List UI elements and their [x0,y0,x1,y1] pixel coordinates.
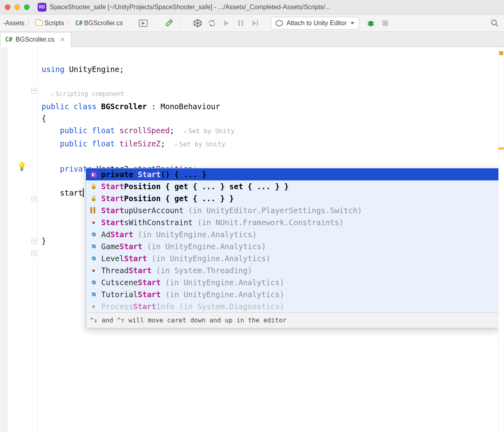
completion-item[interactable]: ◧private Start() { ... } [86,168,499,180]
svg-line-22 [496,24,498,26]
bug-button[interactable] [365,17,377,29]
text-caret [83,188,84,197]
folder-icon [36,20,43,26]
chevron-down-icon [350,21,355,26]
completion-item[interactable]: ◆StartsWithConstraint (in NUnit.Framewor… [86,216,499,228]
breadcrumb-separator-icon: 〉 [66,19,74,27]
svg-rect-9 [238,20,240,26]
window-controls [5,4,30,10]
search-button[interactable] [489,17,501,29]
pause-button[interactable] [235,17,247,29]
stop-button[interactable] [379,17,391,29]
fold-handle-icon[interactable] [31,238,37,244]
pause-icon [238,20,244,27]
search-icon [491,19,499,27]
csharp-icon: C# [5,36,12,43]
play-button[interactable] [220,17,232,29]
stop-icon [382,20,388,26]
minimize-window-button[interactable] [14,4,20,10]
lightbulb-icon[interactable]: 💡 [17,160,27,172]
window-title: SpaceShooter_safe [~/UnityProjects/Space… [50,4,499,11]
play-in-box-icon [139,20,148,27]
completion-item[interactable]: ◆ThreadStart (in System.Threading) [86,264,499,276]
editor-gutter[interactable] [7,47,38,432]
attach-to-unity-dropdown[interactable]: Attach to Unity Editor [271,17,359,30]
completion-item[interactable]: ⧉TutorialStart (in UnityEngine.Analytics… [86,288,499,300]
editor-main: 💡 using UnityEngine; ⟐Scripting componen… [0,47,504,432]
breadcrumb-label: BGScroller.cs [84,20,123,27]
completion-item[interactable]: ▌▌StartupUserAccount (in UnityEditor.Pla… [86,204,499,216]
editor-tab-label: BGScroller.cs [16,36,54,43]
csharp-icon: C# [75,20,82,27]
main-toolbar: -Assets 〉 Scripts 〉 C# BGScroller.cs [0,14,504,32]
refresh-icon [208,19,216,27]
code-editor[interactable]: 💡 using UnityEngine; ⟐Scripting componen… [38,47,498,432]
breadcrumb-label: -Assets [3,20,24,27]
fold-handle-icon[interactable] [31,250,37,256]
fold-handle-icon[interactable] [31,88,37,94]
completion-item[interactable]: ⧉LevelStart (in UnityEngine.Analytics) [86,252,499,264]
step-button[interactable] [249,17,261,29]
svg-rect-10 [242,20,243,26]
bug-icon [366,19,375,28]
close-window-button[interactable] [5,4,10,10]
window-titlebar: RD SpaceShooter_safe [~/UnityProjects/Sp… [0,0,504,14]
attach-label: Attach to Unity Editor [286,20,346,27]
completion-item[interactable]: ⧉AdStart (in UnityEngine.Analytics) [86,228,499,240]
breadcrumb-label: Scripts [44,20,64,27]
completion-item[interactable]: 🔒StartPosition { get { ... } } [86,192,499,204]
breadcrumb: -Assets 〉 Scripts 〉 C# BGScroller.cs [3,19,123,27]
svg-point-15 [368,21,373,26]
completion-item[interactable]: 🔒StartPosition { get { ... } set { ... }… [86,180,499,192]
close-tab-button[interactable]: ✕ [60,36,65,43]
error-stripe[interactable] [498,47,504,432]
svg-rect-20 [382,20,388,26]
svg-marker-13 [276,20,282,26]
editor-tab[interactable]: C# BGScroller.cs ✕ [0,32,71,47]
svg-marker-11 [252,20,256,26]
breadcrumb-item-file[interactable]: C# BGScroller.cs [75,20,123,27]
completion-footer: ^↓ and ^↑ will move caret down and up in… [86,312,499,328]
svg-marker-8 [224,20,229,26]
fold-handle-icon[interactable] [31,196,37,202]
breadcrumb-separator-icon: 〉 [26,19,34,27]
svg-point-21 [492,20,496,25]
tool-window-stripe[interactable] [0,47,7,432]
zoom-window-button[interactable] [24,4,30,10]
completion-item[interactable]: ⧉CutsceneStart (in UnityEngine.Analytics… [86,276,499,288]
completion-item[interactable]: ⧉GameStart (in UnityEngine.Analytics) [86,240,499,252]
completion-popup[interactable]: ◧private Start() { ... }🔒StartPosition {… [86,168,500,328]
refresh-button[interactable] [206,17,218,29]
build-button[interactable] [163,17,175,29]
breadcrumb-item-scripts[interactable]: Scripts [36,20,64,27]
completion-item[interactable]: ◆ProcessStartInfo (in System.Diagnostics… [86,300,499,312]
unity-button[interactable] [192,17,204,29]
step-icon [252,20,259,27]
play-icon [223,20,230,27]
warning-marker-icon[interactable] [499,51,503,55]
unity-icon [193,19,202,28]
inlay-hint: Scripting component [56,90,124,98]
app-icon: RD [38,3,46,12]
caret-marker [498,147,504,150]
svg-rect-12 [257,20,258,26]
run-target-button[interactable] [137,17,149,29]
editor-tabs: C# BGScroller.cs ✕ [0,32,504,47]
breadcrumb-item-assets[interactable]: -Assets [3,20,24,27]
unity-icon [275,19,283,27]
hammer-icon [164,19,173,28]
svg-marker-14 [350,22,354,24]
svg-marker-1 [142,22,145,25]
